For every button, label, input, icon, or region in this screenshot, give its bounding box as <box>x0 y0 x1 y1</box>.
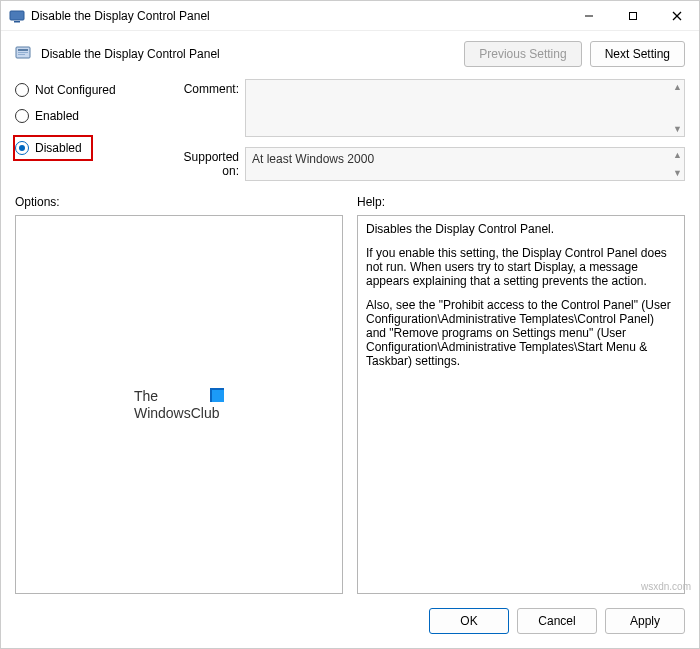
svg-rect-9 <box>18 54 25 55</box>
form-grid: Comment: ▲ ▼ Supported on: At least Wind… <box>165 79 685 181</box>
radio-disabled[interactable]: Disabled <box>13 135 93 161</box>
comment-label: Comment: <box>165 79 245 96</box>
state-radio-group: Not Configured Enabled Disabled <box>15 79 155 181</box>
radio-label: Disabled <box>35 141 82 155</box>
radio-label: Enabled <box>35 109 79 123</box>
options-column: Options: The WindowsClub <box>15 195 343 594</box>
brand-line1: The <box>134 388 158 404</box>
window-title: Disable the Display Control Panel <box>31 9 210 23</box>
cancel-button[interactable]: Cancel <box>517 608 597 634</box>
options-panel: The WindowsClub <box>15 215 343 594</box>
dialog-footer: OK Cancel Apply <box>1 594 699 648</box>
brand-line2: WindowsClub <box>134 405 224 422</box>
close-button[interactable] <box>655 1 699 31</box>
ok-button[interactable]: OK <box>429 608 509 634</box>
settings-row: Not Configured Enabled Disabled Comment:… <box>1 73 699 181</box>
comment-field[interactable]: ▲ ▼ <box>245 79 685 137</box>
help-paragraph: Also, see the "Prohibit access to the Co… <box>366 298 676 368</box>
scroll-down-icon[interactable]: ▼ <box>673 168 682 178</box>
supported-value: At least Windows 2000 <box>252 152 374 166</box>
help-label: Help: <box>357 195 685 209</box>
app-icon <box>9 8 25 24</box>
supported-label: Supported on: <box>165 147 245 178</box>
radio-label: Not Configured <box>35 83 116 97</box>
scroll-down-icon[interactable]: ▼ <box>673 124 682 134</box>
options-label: Options: <box>15 195 343 209</box>
svg-rect-0 <box>10 11 24 20</box>
brand-square-icon <box>210 388 224 402</box>
help-column: Help: Disables the Display Control Panel… <box>357 195 685 594</box>
svg-rect-8 <box>18 52 28 53</box>
supported-field: At least Windows 2000 ▲ ▼ <box>245 147 685 181</box>
svg-rect-3 <box>630 12 637 19</box>
radio-enabled[interactable]: Enabled <box>15 109 155 123</box>
help-paragraph: Disables the Display Control Panel. <box>366 222 676 236</box>
source-watermark: wsxdn.com <box>641 581 691 592</box>
lower-section: Options: The WindowsClub Help: Disables … <box>1 181 699 594</box>
svg-rect-7 <box>18 49 28 51</box>
policy-icon <box>15 45 33 63</box>
previous-setting-button[interactable]: Previous Setting <box>464 41 581 67</box>
policy-name: Disable the Display Control Panel <box>41 47 220 61</box>
scroll-up-icon[interactable]: ▲ <box>673 150 682 160</box>
radio-circle-icon <box>15 83 29 97</box>
titlebar: Disable the Display Control Panel <box>1 1 699 31</box>
next-setting-button[interactable]: Next Setting <box>590 41 685 67</box>
apply-button[interactable]: Apply <box>605 608 685 634</box>
svg-rect-1 <box>14 21 20 23</box>
scroll-up-icon[interactable]: ▲ <box>673 82 682 92</box>
minimize-button[interactable] <box>567 1 611 31</box>
header-row: Disable the Display Control Panel Previo… <box>1 31 699 73</box>
policy-editor-window: Disable the Display Control Panel Disabl… <box>0 0 700 649</box>
radio-circle-icon <box>15 109 29 123</box>
help-paragraph: If you enable this setting, the Display … <box>366 246 676 288</box>
radio-not-configured[interactable]: Not Configured <box>15 83 155 97</box>
radio-circle-icon <box>15 141 29 155</box>
watermark-logo: The WindowsClub <box>134 388 224 422</box>
help-panel: Disables the Display Control Panel. If y… <box>357 215 685 594</box>
maximize-button[interactable] <box>611 1 655 31</box>
